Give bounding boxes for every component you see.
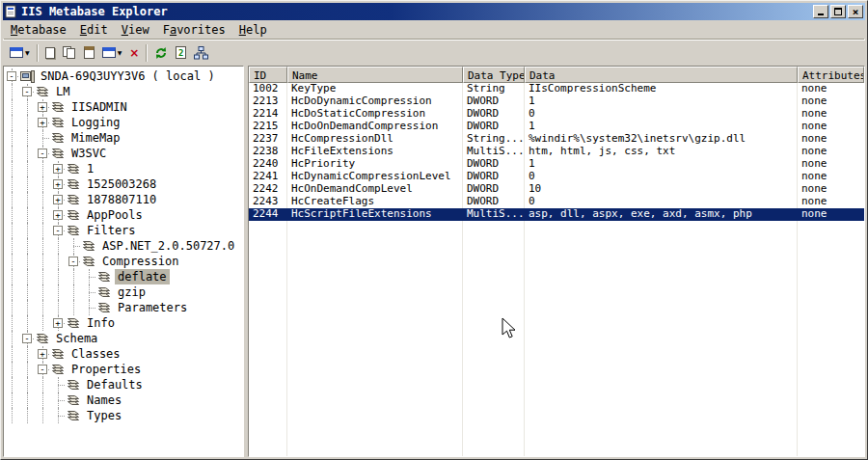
cell-id — [249, 246, 287, 258]
tree-item-asp-net-2-0-50727-0[interactable]: ASP.NET_2.0.50727.0 — [4, 238, 243, 254]
menu-help[interactable]: Help — [232, 21, 274, 39]
close-button[interactable]: × — [848, 5, 863, 18]
list-row[interactable]: 2214HcDoStaticCompressionDWORD0none — [249, 108, 864, 121]
paste-button[interactable] — [80, 42, 98, 64]
collapse-box-icon[interactable]: - — [7, 71, 16, 81]
tree-item-schema[interactable]: -Schema — [4, 331, 243, 346]
tree-guide — [19, 377, 35, 392]
column-header-id[interactable]: ID — [249, 67, 287, 83]
tree-item-gzip[interactable]: gzip — [4, 284, 243, 300]
tree-item-snda-69q3uyy3v6-local[interactable]: -SNDA-69Q3UYY3V6 ( local ) — [4, 68, 243, 84]
tree-guide — [19, 300, 35, 315]
tree-item-logging[interactable]: +Logging — [4, 115, 243, 130]
cell-attributes — [798, 446, 864, 456]
menu-favorites[interactable]: Favorites — [156, 21, 232, 39]
empty-row — [249, 309, 864, 321]
expand-box-icon[interactable]: + — [53, 164, 63, 174]
cell-id: 2238 — [249, 146, 287, 158]
title-bar[interactable]: IIS Metabase Explorer × — [3, 3, 865, 20]
expand-box-icon[interactable]: + — [38, 102, 47, 112]
numbered-page-icon: 2 — [176, 46, 186, 59]
tree-item-apppools[interactable]: +AppPools — [4, 207, 243, 223]
delete-button[interactable]: × — [125, 42, 143, 64]
list-row[interactable]: 2213HcDoDynamicCompressionDWORD1none — [249, 95, 864, 108]
tree-item-lm[interactable]: -LM — [4, 84, 243, 99]
minimize-button[interactable] — [813, 5, 828, 18]
tree-item-label: W3SVC — [68, 146, 109, 161]
menu-edit[interactable]: Edit — [73, 21, 115, 39]
list-row[interactable]: 2241HcDynamicCompressionLevelDWORD0none — [249, 171, 864, 183]
tree-guide — [4, 408, 19, 423]
cell-data — [525, 271, 798, 284]
column-header-name[interactable]: Name — [287, 67, 463, 83]
collapse-box-icon[interactable]: - — [53, 226, 63, 235]
tree-guide — [35, 192, 50, 207]
node-actions-button[interactable]: ▼ — [98, 42, 126, 64]
tree-item-properties[interactable]: -Properties — [4, 362, 243, 377]
list-row[interactable]: 1002KeyTypeStringIIsCompressionSchemenon… — [249, 83, 864, 95]
tree-item-filters[interactable]: -Filters — [4, 223, 243, 238]
list-row[interactable]: 2243HcCreateFlagsDWORD0none — [249, 196, 864, 208]
collapse-box-icon[interactable]: - — [38, 365, 47, 374]
list-row[interactable]: 2240HcPriorityDWORD1none — [249, 158, 864, 171]
tree-item-label: 1 — [84, 161, 96, 176]
dropdown-arrow-icon: ▼ — [118, 49, 122, 56]
list-row[interactable]: 2237HcCompressionDllString...%windir%\sy… — [249, 133, 864, 146]
delete-icon: × — [129, 46, 139, 60]
tree-item-w3svc[interactable]: -W3SVC — [4, 146, 243, 161]
cell-attributes — [798, 233, 864, 246]
list-row[interactable]: 2244HcScriptFileExtensionsMultiS...asp, … — [249, 208, 864, 221]
list-row[interactable]: 2238HcFileExtensionsMultiS...htm, html, … — [249, 146, 864, 158]
column-header-data[interactable]: Data — [525, 67, 798, 83]
menu-view[interactable]: View — [115, 21, 156, 39]
expand-box-icon[interactable]: + — [38, 118, 47, 127]
metabase-node-icon — [66, 378, 81, 392]
metabase-node-icon — [35, 85, 50, 99]
tree-item-info[interactable]: +Info — [4, 315, 243, 331]
cell-name — [287, 321, 463, 334]
tree-guide — [35, 254, 50, 269]
tree-item-defaults[interactable]: Defaults — [4, 377, 243, 392]
collapse-box-icon[interactable]: - — [38, 149, 47, 158]
expand-box-icon[interactable]: + — [38, 349, 47, 359]
expand-box-icon[interactable]: + — [53, 210, 63, 220]
tree-item-mimemap[interactable]: MimeMap — [4, 130, 243, 146]
tree-guide — [19, 346, 35, 362]
cell-id — [249, 321, 287, 334]
expand-box-icon[interactable]: + — [53, 195, 63, 204]
tree-item-types[interactable]: Types — [4, 408, 243, 423]
tree-item-compression[interactable]: -Compression — [4, 254, 243, 269]
tree-item-classes[interactable]: +Classes — [4, 346, 243, 362]
tree-item-1[interactable]: +1 — [4, 161, 243, 176]
metabase-node-icon — [66, 177, 81, 192]
tree-item-names[interactable]: Names — [4, 392, 243, 408]
tree-guide — [4, 377, 19, 392]
cell-id — [249, 309, 287, 321]
console-window-button[interactable]: ▼ — [6, 42, 34, 64]
menu-metabase[interactable]: Metabase — [4, 21, 73, 39]
tree-item-deflate[interactable]: deflate — [4, 269, 243, 284]
tree-item-parameters[interactable]: Parameters — [4, 300, 243, 315]
maximize-button[interactable] — [830, 5, 846, 18]
list-row[interactable]: 2215HcDoOnDemandCompressionDWORD1none — [249, 121, 864, 133]
copy-button[interactable] — [59, 42, 80, 64]
collapse-box-icon[interactable]: - — [22, 87, 32, 96]
expand-box-icon[interactable]: + — [53, 179, 63, 189]
new-key-button[interactable] — [41, 42, 59, 64]
refresh-button[interactable] — [150, 42, 172, 64]
record-view-button[interactable]: 2 — [172, 42, 190, 64]
column-header-attributes[interactable]: Attributes — [798, 67, 864, 83]
column-header-data-type[interactable]: Data Type — [463, 67, 525, 83]
expand-box-icon[interactable]: + — [53, 318, 63, 328]
tree-item-iisadmin[interactable]: +IISADMIN — [4, 99, 243, 115]
tree-guide: + — [50, 315, 66, 331]
list-row[interactable]: 2242HcOnDemandCompLevelDWORD10none — [249, 183, 864, 196]
tree-item-1525003268[interactable]: +1525003268 — [4, 176, 243, 192]
tree-item-1878807110[interactable]: +1878807110 — [4, 192, 243, 207]
collapse-box-icon[interactable]: - — [22, 334, 32, 343]
cell-data-type: String — [463, 83, 525, 95]
tree-guide — [19, 161, 35, 176]
cell-data-type: String... — [463, 133, 525, 146]
collapse-box-icon[interactable]: - — [68, 257, 78, 266]
network-button[interactable] — [190, 42, 212, 64]
